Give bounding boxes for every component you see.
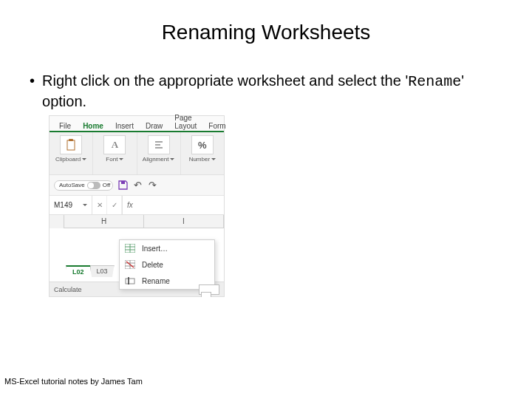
clipboard-icon [60, 135, 82, 154]
quick-access-toolbar: AutoSave Off ↶ ↷ [50, 175, 224, 196]
rename-icon [124, 275, 136, 287]
sheet-tab[interactable]: L03 [90, 265, 115, 277]
slide-title: Renaming Worksheets [0, 0, 532, 58]
accept-formula-icon[interactable]: ✓ [107, 196, 122, 214]
name-box-value: M149 [54, 201, 72, 209]
sheet-tabs: L02 L03 [66, 265, 114, 277]
column-header[interactable]: H [64, 215, 144, 228]
footer-note: MS-Excel tutorial notes by James Tam [4, 377, 143, 386]
ribbon-tabbar: File Home Insert Draw Page Layout Form [50, 116, 224, 132]
tab-home[interactable]: Home [78, 120, 109, 132]
ribbon-group-number[interactable]: % Number [181, 132, 224, 174]
percent-icon: % [191, 135, 214, 154]
caret-down-icon [82, 158, 86, 160]
bullet-item: • Right click on the appropriate workshe… [30, 71, 502, 111]
ribbon-label-font: Font [106, 156, 117, 163]
menu-label-insert: Insert… [142, 245, 168, 253]
menu-item-delete[interactable]: Delete [120, 256, 214, 273]
tab-file[interactable]: File [54, 120, 76, 131]
autosave-toggle[interactable]: AutoSave Off [54, 180, 113, 191]
ribbon-group-font[interactable]: A Font [93, 132, 137, 174]
fx-label[interactable]: fx [123, 201, 137, 209]
svg-rect-1 [69, 139, 73, 141]
caret-down-icon [211, 158, 216, 160]
menu-label-rename: Rename [142, 277, 170, 285]
autosave-state: Off [103, 182, 111, 188]
bullet-code: Rename [408, 73, 461, 90]
tab-insert[interactable]: Insert [110, 120, 139, 131]
svg-rect-15 [126, 279, 134, 284]
sheet-thumbnail [199, 284, 219, 295]
caret-down-icon [119, 158, 123, 160]
undo-icon[interactable]: ↶ [132, 180, 143, 191]
worksheet-context-menu: Insert… Delete Rename [119, 239, 215, 290]
save-icon[interactable] [117, 180, 128, 191]
alignment-icon [148, 135, 170, 154]
excel-screenshot: File Home Insert Draw Page Layout Form C… [49, 115, 225, 297]
bullet-dot: • [30, 71, 35, 111]
tab-form[interactable]: Form [203, 120, 231, 131]
column-headers: H I [50, 215, 224, 228]
bullet-prefix: Right click on the appropriate worksheet… [42, 72, 408, 89]
autosave-label: AutoSave [59, 182, 85, 188]
ribbon: Clipboard A Font Alignment % Number [50, 132, 224, 175]
svg-rect-5 [121, 181, 125, 184]
menu-item-insert[interactable]: Insert… [120, 240, 214, 256]
tab-draw[interactable]: Draw [140, 120, 168, 131]
caret-down-icon [170, 158, 174, 160]
svg-rect-0 [67, 140, 75, 150]
body-text: • Right click on the appropriate workshe… [0, 58, 532, 111]
ribbon-group-clipboard[interactable]: Clipboard [50, 132, 93, 174]
tab-page-layout[interactable]: Page Layout [169, 112, 202, 131]
autosave-switch-icon [87, 182, 100, 189]
name-box[interactable]: M149 [50, 196, 92, 214]
bullet-content: Right click on the appropriate worksheet… [42, 71, 502, 111]
caret-down-icon [83, 204, 87, 206]
insert-grid-icon [124, 242, 136, 254]
select-all-corner[interactable] [50, 215, 64, 228]
delete-grid-icon [124, 259, 136, 270]
cancel-formula-icon[interactable]: ✕ [92, 196, 107, 214]
ribbon-label-alignment: Alignment [143, 156, 169, 163]
ribbon-label-number: Number [189, 156, 210, 163]
redo-icon[interactable]: ↷ [147, 180, 157, 191]
sheet-tab-active[interactable]: L02 [66, 265, 91, 277]
name-fx-bar: M149 ✕ ✓ fx [50, 196, 224, 215]
status-calculate: Calculate [54, 286, 82, 293]
menu-label-delete: Delete [142, 261, 163, 269]
ribbon-group-alignment[interactable]: Alignment [137, 132, 181, 174]
font-icon: A [103, 135, 126, 154]
sheet-area: H I L02 L03 Insert… Delete [50, 215, 224, 282]
column-header[interactable]: I [144, 215, 224, 228]
ribbon-label-clipboard: Clipboard [55, 156, 81, 163]
